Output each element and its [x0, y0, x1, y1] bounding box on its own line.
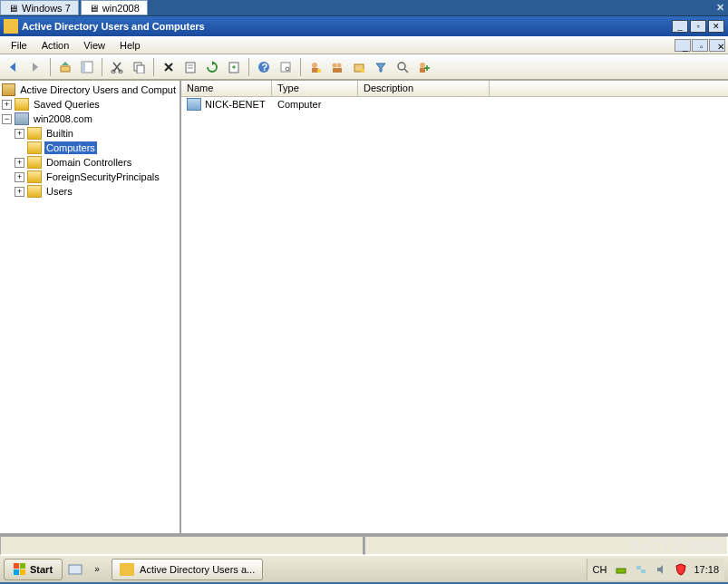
tree-hscroll[interactable] — [0, 536, 364, 555]
vm-tab-label: Windows 7 — [22, 3, 71, 14]
start-button[interactable]: Start — [4, 559, 63, 580]
vm-tab-bar: 🖥 Windows 7 🖥 win2008 ✕ — [0, 0, 728, 16]
svg-point-23 — [398, 63, 405, 70]
tree-computers[interactable]: Computers — [2, 141, 178, 155]
expand-icon[interactable]: + — [15, 158, 24, 168]
expand-icon[interactable]: + — [15, 187, 24, 197]
tree-pane: Active Directory Users and Comput + Save… — [0, 81, 181, 533]
vm-tab-win2008[interactable]: 🖥 win2008 — [81, 0, 148, 15]
tray-shield-icon[interactable] — [674, 562, 688, 577]
monitor-icon: 🖥 — [8, 3, 18, 14]
minimize-button[interactable]: _ — [672, 20, 688, 33]
child-close-button[interactable]: ✕ — [709, 39, 725, 52]
menu-help[interactable]: Help — [112, 38, 148, 53]
folder-icon — [15, 98, 29, 111]
svg-point-22 — [361, 68, 364, 72]
tree-label: Active Directory Users and Comput — [18, 83, 178, 96]
system-tray: CH 17:18 — [587, 559, 724, 580]
svg-rect-2 — [82, 62, 85, 73]
tree-domain-controllers[interactable]: + Domain Controllers — [2, 155, 178, 170]
tree-label: Saved Queries — [32, 98, 102, 111]
aduc-icon — [2, 83, 15, 96]
svg-rect-20 — [333, 68, 342, 73]
taskbar: Start » Active Directory Users a... CH 1… — [0, 555, 728, 582]
vm-close-icon[interactable]: ✕ — [716, 2, 724, 14]
svg-rect-6 — [137, 65, 144, 73]
taskbar-clock[interactable]: 17:18 — [694, 564, 719, 575]
menu-action[interactable]: Action — [34, 38, 77, 53]
folder-icon — [27, 185, 42, 198]
vm-tab-label: win2008 — [102, 3, 140, 14]
quicklaunch-show-desktop[interactable] — [66, 560, 84, 579]
list-item-description — [358, 103, 728, 105]
expand-icon[interactable]: + — [2, 100, 12, 110]
windows-logo-icon — [14, 563, 26, 576]
tree-label: Domain Controllers — [44, 156, 133, 169]
vm-tab-windows7[interactable]: 🖥 Windows 7 — [0, 0, 79, 15]
help-button[interactable]: ? — [254, 57, 274, 77]
tree-users[interactable]: + Users — [2, 184, 178, 199]
collapse-icon[interactable]: − — [2, 114, 12, 124]
toolbar: ? — [0, 54, 728, 80]
quicklaunch-chevron[interactable]: » — [88, 560, 106, 579]
column-header-type[interactable]: Type — [272, 81, 358, 96]
new-ou-button[interactable] — [349, 57, 369, 77]
tree-root[interactable]: Active Directory Users and Comput — [2, 83, 178, 97]
child-restore-button[interactable]: ▫ — [692, 39, 708, 52]
svg-point-17 — [317, 68, 321, 72]
monitor-icon: 🖥 — [89, 3, 99, 14]
list-body[interactable]: NICK-BENET Computer — [181, 97, 728, 533]
export-list-button[interactable] — [224, 57, 244, 77]
tree-fsp[interactable]: + ForeignSecurityPrincipals — [2, 170, 178, 184]
tray-network-icon[interactable] — [634, 562, 648, 577]
close-button[interactable]: ✕ — [708, 20, 724, 33]
tray-safely-remove-icon[interactable] — [614, 562, 628, 577]
svg-rect-34 — [641, 569, 645, 573]
column-header-name[interactable]: Name — [181, 81, 272, 96]
add-to-group-button[interactable] — [414, 57, 434, 77]
properties-button[interactable] — [180, 57, 200, 77]
new-user-button[interactable] — [306, 57, 325, 77]
tree-builtin[interactable]: + Builtin — [2, 126, 178, 141]
column-header-spacer — [490, 81, 728, 96]
app-icon — [4, 19, 18, 34]
delete-button[interactable] — [159, 57, 179, 77]
scrollbar-region — [0, 533, 728, 555]
list-item-type: Computer — [272, 98, 358, 111]
folder-icon — [27, 127, 42, 140]
list-item-name: NICK-BENET — [205, 99, 266, 110]
taskbar-button-label: Active Directory Users a... — [140, 564, 255, 575]
tray-volume-icon[interactable] — [654, 562, 668, 577]
menu-view[interactable]: View — [76, 38, 112, 53]
forward-button[interactable] — [25, 57, 45, 77]
menu-file[interactable]: File — [4, 38, 34, 53]
list-item[interactable]: NICK-BENET Computer — [181, 97, 728, 112]
list-hscroll[interactable] — [364, 536, 728, 555]
restore-button[interactable]: ▫ — [690, 20, 706, 33]
copy-button[interactable] — [129, 57, 149, 77]
back-button[interactable] — [4, 57, 24, 77]
column-header-description[interactable]: Description — [358, 81, 490, 96]
show-hide-tree-button[interactable] — [77, 57, 97, 77]
find-objects-button[interactable] — [393, 57, 413, 77]
tree-label: ForeignSecurityPrincipals — [44, 170, 161, 183]
window-titlebar: Active Directory Users and Computers _ ▫… — [0, 16, 728, 36]
new-group-button[interactable] — [327, 57, 347, 77]
taskbar-button-aduc[interactable]: Active Directory Users a... — [112, 559, 263, 580]
refresh-button[interactable] — [202, 57, 222, 77]
find-button[interactable] — [276, 57, 296, 77]
expand-icon[interactable]: + — [15, 129, 24, 139]
cut-button[interactable] — [107, 57, 127, 77]
expand-icon[interactable]: + — [15, 172, 24, 182]
tree-saved-queries[interactable]: + Saved Queries — [2, 97, 178, 112]
tree-label: win2008.com — [32, 112, 94, 125]
tree-domain[interactable]: − win2008.com — [2, 112, 178, 126]
child-minimize-button[interactable]: _ — [675, 39, 691, 52]
language-indicator[interactable]: CH — [593, 564, 607, 575]
up-button[interactable] — [55, 57, 75, 77]
app-icon — [120, 563, 134, 576]
domain-icon — [15, 112, 29, 125]
svg-rect-0 — [61, 66, 70, 72]
filter-button[interactable] — [371, 57, 391, 77]
tree-label: Builtin — [44, 127, 75, 140]
